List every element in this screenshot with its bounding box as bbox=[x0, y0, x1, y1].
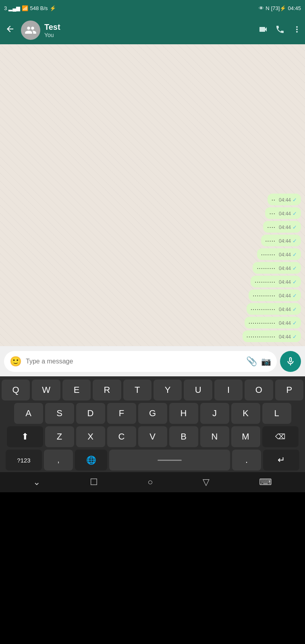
key-q[interactable]: Q bbox=[2, 380, 30, 400]
globe-key[interactable]: 🌐 bbox=[75, 450, 107, 471]
nav-bar: ⌄ ☐ ○ ▽ ⌨ bbox=[0, 472, 305, 492]
key-e[interactable]: E bbox=[62, 380, 91, 400]
message-time: 04:44 bbox=[279, 320, 291, 326]
message-meta: 04:44 ✓ bbox=[279, 279, 297, 285]
key-d[interactable]: D bbox=[76, 403, 105, 424]
backspace-key[interactable]: ⌫ bbox=[262, 426, 299, 447]
message-text: ············· bbox=[249, 319, 276, 326]
message-time: 04:44 bbox=[279, 211, 291, 217]
message-bubble: ············ 04:44 ✓ bbox=[247, 303, 301, 315]
message-time: 04:44 bbox=[279, 197, 291, 203]
nav-back-button[interactable]: ⌄ bbox=[33, 477, 40, 487]
time-display: 04:45 bbox=[288, 5, 301, 11]
key-l[interactable]: L bbox=[262, 403, 291, 424]
message-meta: 04:44 ✓ bbox=[279, 238, 297, 244]
header-action-icons bbox=[258, 25, 302, 36]
wifi-icon: 📶 bbox=[22, 5, 28, 11]
key-j[interactable]: J bbox=[200, 403, 229, 424]
keyboard-row-4: ?123 , 🌐 . ↵ bbox=[2, 450, 303, 471]
key-g[interactable]: G bbox=[138, 403, 167, 424]
keyboard-row-1: Q W E R T Y U I O P bbox=[2, 380, 303, 400]
keyboard: Q W E R T Y U I O P A S D F G H J K L ⬆ … bbox=[0, 376, 305, 472]
message-text: ··········· bbox=[253, 292, 276, 299]
key-c[interactable]: C bbox=[107, 426, 136, 447]
key-k[interactable]: K bbox=[231, 403, 260, 424]
status-right: 👁 N [73]⚡ 04:45 bbox=[259, 5, 301, 11]
numbers-key[interactable]: ?123 bbox=[6, 450, 42, 471]
status-sim: 3 bbox=[4, 5, 7, 11]
message-meta: 04:44 ✓ bbox=[279, 211, 297, 217]
message-bubble: ·· 04:44 ✓ bbox=[268, 194, 301, 205]
contact-info[interactable]: Test You bbox=[44, 23, 254, 38]
message-time: 04:44 bbox=[279, 279, 291, 285]
key-t[interactable]: T bbox=[123, 380, 151, 400]
keyboard-row-2: A S D F G H J K L bbox=[2, 403, 303, 424]
nav-keyboard-button[interactable]: ⌨ bbox=[259, 477, 272, 487]
check-icon: ✓ bbox=[293, 334, 297, 340]
enter-key[interactable]: ↵ bbox=[263, 450, 299, 471]
emoji-button[interactable]: 🙂 bbox=[10, 356, 22, 367]
attach-button[interactable]: 📎 bbox=[246, 356, 257, 367]
key-i[interactable]: I bbox=[214, 380, 243, 400]
usb-icon: ⚡ bbox=[50, 5, 56, 11]
camera-button[interactable]: 📷 bbox=[261, 357, 271, 366]
message-input-wrapper: 🙂 📎 📷 bbox=[4, 351, 277, 372]
nav-recents-button[interactable]: ☐ bbox=[90, 477, 98, 487]
nav-menu-button[interactable]: ▽ bbox=[203, 477, 210, 487]
nfc-icon: N bbox=[266, 5, 269, 11]
key-r[interactable]: R bbox=[93, 380, 121, 400]
video-call-button[interactable] bbox=[258, 25, 268, 36]
key-a[interactable]: A bbox=[14, 403, 43, 424]
contact-subtitle: You bbox=[44, 32, 254, 38]
space-key[interactable] bbox=[109, 450, 230, 471]
more-options-button[interactable] bbox=[292, 25, 302, 36]
mic-button[interactable] bbox=[280, 351, 301, 372]
network-speed: 548 B/s bbox=[30, 5, 48, 11]
chat-area: ·· 04:44 ✓ ··· 04:44 ✓ ···· 04:44 ✓ ····… bbox=[0, 44, 305, 346]
status-bar: 3 ▂▄▆ 📶 548 B/s ⚡ 👁 N [73]⚡ 04:45 bbox=[0, 0, 305, 16]
key-v[interactable]: V bbox=[138, 426, 167, 447]
message-meta: 04:44 ✓ bbox=[279, 224, 297, 230]
key-o[interactable]: O bbox=[245, 380, 273, 400]
key-f[interactable]: F bbox=[107, 403, 136, 424]
check-icon: ✓ bbox=[293, 320, 297, 326]
message-bubble: ··· 04:44 ✓ bbox=[265, 207, 301, 219]
check-icon: ✓ bbox=[293, 306, 297, 312]
key-h[interactable]: H bbox=[169, 403, 198, 424]
key-w[interactable]: W bbox=[32, 380, 60, 400]
keyboard-row-3: ⬆ Z X C V B N M ⌫ bbox=[2, 426, 303, 447]
back-button[interactable] bbox=[3, 22, 17, 38]
shift-key[interactable]: ⬆ bbox=[7, 426, 43, 447]
period-key[interactable]: . bbox=[232, 450, 261, 471]
key-n[interactable]: N bbox=[200, 426, 229, 447]
phone-call-button[interactable] bbox=[275, 25, 285, 36]
check-icon: ✓ bbox=[293, 211, 297, 217]
comma-key[interactable]: , bbox=[44, 450, 73, 471]
signal-icon: ▂▄▆ bbox=[8, 5, 20, 11]
message-input[interactable] bbox=[26, 358, 242, 365]
message-text: ······· bbox=[261, 251, 276, 258]
key-u[interactable]: U bbox=[184, 380, 212, 400]
message-text: ····· bbox=[265, 237, 276, 244]
check-icon: ✓ bbox=[293, 279, 297, 285]
message-time: 04:44 bbox=[279, 225, 291, 230]
message-bubble: ········· 04:44 ✓ bbox=[253, 262, 301, 274]
key-z[interactable]: Z bbox=[45, 426, 74, 447]
message-time: 04:44 bbox=[279, 293, 291, 299]
message-time: 04:44 bbox=[279, 266, 291, 271]
message-meta: 04:44 ✓ bbox=[279, 293, 297, 299]
contact-avatar[interactable] bbox=[21, 21, 40, 40]
message-time: 04:44 bbox=[279, 252, 291, 258]
message-text: ·········· bbox=[255, 278, 276, 285]
message-bubble: ··········· 04:44 ✓ bbox=[249, 289, 301, 301]
nav-home-button[interactable]: ○ bbox=[147, 477, 153, 487]
message-text: ············ bbox=[251, 305, 276, 312]
key-b[interactable]: B bbox=[169, 426, 198, 447]
message-meta: 04:44 ✓ bbox=[279, 265, 297, 271]
key-x[interactable]: X bbox=[76, 426, 105, 447]
key-y[interactable]: Y bbox=[154, 380, 182, 400]
key-s[interactable]: S bbox=[45, 403, 74, 424]
key-p[interactable]: P bbox=[275, 380, 303, 400]
message-text: ········· bbox=[257, 264, 276, 271]
key-m[interactable]: M bbox=[231, 426, 260, 447]
